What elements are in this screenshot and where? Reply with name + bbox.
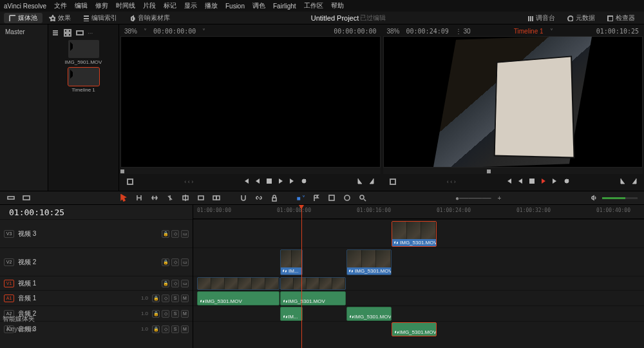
program-screen[interactable] — [383, 36, 643, 168]
program-prev-button[interactable] — [517, 178, 524, 186]
keywords-label[interactable]: Keywords — [6, 325, 35, 333]
program-first-button[interactable] — [506, 178, 512, 186]
track-v2-lock[interactable]: 🔒 — [162, 258, 169, 266]
program-match-icon[interactable] — [388, 177, 397, 186]
program-loop-button[interactable] — [564, 178, 570, 186]
clip-v1a[interactable] — [197, 277, 279, 290]
snap-icon[interactable] — [239, 193, 248, 202]
tab-sound-lib[interactable]: 音响素材库 — [124, 13, 175, 23]
pool-strip-icon[interactable] — [75, 28, 84, 37]
menu-fairlight[interactable]: Fairlight — [273, 3, 296, 10]
clip-a2a[interactable]: IM... — [280, 307, 303, 321]
tab-inspector[interactable]: 检查器 — [601, 13, 640, 23]
dynamic-trim-tool[interactable] — [150, 193, 159, 202]
pool-more-icon[interactable]: ··· — [88, 30, 93, 37]
marker-tool[interactable]: ■ ˅ — [297, 195, 306, 202]
menu-edit[interactable]: 编辑 — [75, 1, 88, 10]
source-out-button[interactable] — [368, 178, 375, 186]
source-zoom[interactable]: 38% — [124, 28, 137, 35]
tl-keyboard-icon[interactable] — [22, 193, 31, 202]
track-v1-lock[interactable]: 🔒 — [162, 280, 169, 287]
volume-slider[interactable] — [602, 197, 638, 199]
clip-a1b[interactable]: IMG_5301.MOV — [280, 291, 346, 305]
playhead[interactable] — [301, 205, 302, 348]
flag-tool[interactable] — [312, 193, 321, 202]
clip-a2b[interactable]: IMG_5301.MOV — [346, 307, 392, 321]
blade-tool[interactable] — [166, 193, 175, 202]
menu-trim[interactable]: 修剪 — [95, 1, 108, 10]
track-v2-mute[interactable]: ▭ — [181, 258, 189, 266]
tab-mixer[interactable]: 调音台 — [522, 13, 560, 23]
track-a3-lock[interactable]: 🔒 — [152, 325, 160, 333]
program-next-button[interactable] — [552, 178, 558, 186]
track-a1-arm[interactable]: ◇ — [162, 295, 169, 302]
track-a3-arm[interactable]: ◇ — [162, 325, 169, 333]
track-v3-disable[interactable]: ◇ — [171, 230, 179, 238]
overwrite-tool[interactable] — [196, 193, 205, 202]
track-v2-disable[interactable]: ◇ — [171, 258, 179, 266]
track-v1-mute[interactable]: ▭ — [181, 280, 189, 287]
tab-metadata[interactable]: 元数据 — [562, 13, 600, 23]
insert-tool[interactable] — [181, 193, 190, 202]
menu-color[interactable]: 调色 — [252, 1, 265, 10]
menu-playback[interactable]: 播放 — [205, 1, 218, 10]
track-a2-solo[interactable]: S — [171, 310, 179, 318]
tl-view-icon[interactable] — [6, 193, 15, 202]
tl-opt2-icon[interactable] — [343, 193, 352, 202]
menu-file[interactable]: 文件 — [54, 1, 67, 10]
search-icon[interactable] — [358, 193, 367, 202]
source-play-button[interactable] — [278, 178, 284, 186]
clip-v1b[interactable] — [280, 277, 346, 290]
trim-tool[interactable] — [135, 193, 144, 202]
selection-tool[interactable] — [119, 193, 128, 202]
program-jog[interactable]: ‹ ‹ › — [447, 179, 456, 185]
track-a2-arm[interactable]: ◇ — [162, 310, 169, 318]
link-icon[interactable] — [254, 193, 263, 202]
menu-view[interactable]: 显示 — [184, 1, 197, 10]
track-a2-lock[interactable]: 🔒 — [152, 310, 160, 318]
menu-mark[interactable]: 标记 — [164, 1, 176, 10]
program-stop-button[interactable] — [529, 178, 535, 186]
source-prev-button[interactable] — [254, 178, 261, 186]
volume-icon[interactable] — [589, 193, 598, 202]
master-bin[interactable]: Master — [0, 27, 48, 37]
source-match-icon[interactable] — [126, 177, 135, 186]
source-jog[interactable]: ‹ ‹ › — [184, 179, 193, 185]
pool-clip-1[interactable]: IMG_5901.MOV — [68, 40, 99, 65]
track-a1-header[interactable]: A1 音频 1 1.0 🔒◇SM — [0, 290, 193, 305]
pool-list-icon[interactable] — [51, 28, 60, 37]
timeline-tracks[interactable]: 01:00:00:00 01:00:08:00 01:00:16:00 01:0… — [193, 205, 644, 348]
pool-grid-icon[interactable] — [63, 28, 72, 37]
menu-fusion[interactable]: Fusion — [225, 3, 245, 10]
clip-a1a[interactable]: IMG_5301.MOV — [197, 291, 279, 305]
menu-clip[interactable]: 片段 — [143, 1, 156, 10]
source-in-button[interactable] — [357, 178, 363, 186]
track-v1-disable[interactable]: ◇ — [171, 280, 179, 287]
clip-v3[interactable]: IMG_5301.MOV — [392, 221, 437, 247]
track-a3-mute[interactable]: M — [181, 325, 189, 333]
track-a1-mute[interactable]: M — [181, 295, 189, 302]
tl-opt1-icon[interactable] — [327, 193, 336, 202]
clip-v2b[interactable]: IMG_5301.MOV — [346, 249, 392, 275]
source-screen[interactable] — [120, 36, 381, 168]
lock-icon[interactable] — [270, 193, 279, 202]
track-v2-header[interactable]: V2 视频 2 🔒◇▭ — [0, 247, 193, 276]
tab-media-pool[interactable]: 媒体池 — [4, 13, 43, 23]
track-v3-mute[interactable]: ▭ — [181, 230, 189, 238]
smart-bins-label[interactable]: 智能媒体夹 — [3, 314, 35, 324]
tab-effects[interactable]: 效果 — [44, 13, 76, 23]
program-out-button[interactable] — [631, 178, 638, 186]
track-a2-mute[interactable]: M — [181, 310, 189, 318]
menu-help[interactable]: 帮助 — [331, 1, 344, 10]
program-in-button[interactable] — [620, 178, 626, 186]
track-v3-header[interactable]: V3 视频 3 🔒◇▭ — [0, 219, 193, 247]
timeline-timecode[interactable]: 01:00:10:25 — [0, 208, 64, 217]
track-a1-lock[interactable]: 🔒 — [152, 295, 160, 302]
menu-timeline[interactable]: 时间线 — [116, 1, 135, 10]
track-v3-lock[interactable]: 🔒 — [162, 230, 169, 238]
source-loop-button[interactable] — [301, 178, 307, 186]
clip-a3[interactable]: IMG_5301.MOV — [392, 322, 437, 336]
pool-clip-2[interactable]: Timeline 1 — [68, 68, 99, 93]
track-v1-header[interactable]: V1 视频 1 🔒◇▭ — [0, 276, 193, 290]
clip-v2a[interactable]: IM... — [280, 249, 303, 275]
